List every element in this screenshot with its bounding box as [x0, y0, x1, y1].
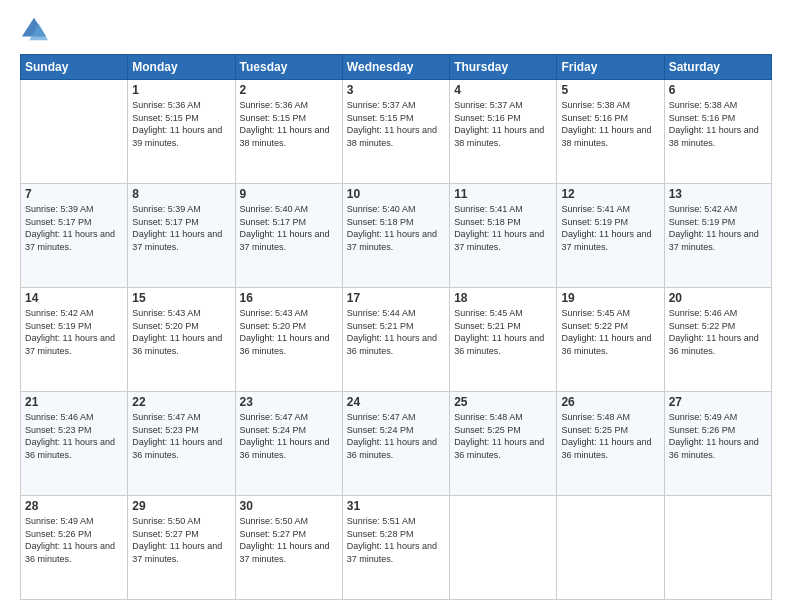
- calendar-cell: 17Sunrise: 5:44 AMSunset: 5:21 PMDayligh…: [342, 288, 449, 392]
- day-number: 9: [240, 187, 338, 201]
- calendar-cell: 30Sunrise: 5:50 AMSunset: 5:27 PMDayligh…: [235, 496, 342, 600]
- day-number: 11: [454, 187, 552, 201]
- day-number: 1: [132, 83, 230, 97]
- weekday-row: SundayMondayTuesdayWednesdayThursdayFrid…: [21, 55, 772, 80]
- page: SundayMondayTuesdayWednesdayThursdayFrid…: [0, 0, 792, 612]
- day-number: 15: [132, 291, 230, 305]
- cell-info: Sunrise: 5:39 AMSunset: 5:17 PMDaylight:…: [25, 203, 123, 253]
- week-row-1: 7Sunrise: 5:39 AMSunset: 5:17 PMDaylight…: [21, 184, 772, 288]
- day-number: 22: [132, 395, 230, 409]
- day-number: 4: [454, 83, 552, 97]
- cell-info: Sunrise: 5:38 AMSunset: 5:16 PMDaylight:…: [669, 99, 767, 149]
- calendar-cell: 29Sunrise: 5:50 AMSunset: 5:27 PMDayligh…: [128, 496, 235, 600]
- day-number: 25: [454, 395, 552, 409]
- calendar-cell: 13Sunrise: 5:42 AMSunset: 5:19 PMDayligh…: [664, 184, 771, 288]
- day-number: 12: [561, 187, 659, 201]
- week-row-0: 1Sunrise: 5:36 AMSunset: 5:15 PMDaylight…: [21, 80, 772, 184]
- day-number: 2: [240, 83, 338, 97]
- cell-info: Sunrise: 5:47 AMSunset: 5:23 PMDaylight:…: [132, 411, 230, 461]
- cell-info: Sunrise: 5:37 AMSunset: 5:16 PMDaylight:…: [454, 99, 552, 149]
- cell-info: Sunrise: 5:50 AMSunset: 5:27 PMDaylight:…: [132, 515, 230, 565]
- cell-info: Sunrise: 5:40 AMSunset: 5:18 PMDaylight:…: [347, 203, 445, 253]
- calendar-cell: 23Sunrise: 5:47 AMSunset: 5:24 PMDayligh…: [235, 392, 342, 496]
- calendar-cell: 24Sunrise: 5:47 AMSunset: 5:24 PMDayligh…: [342, 392, 449, 496]
- calendar-cell: 9Sunrise: 5:40 AMSunset: 5:17 PMDaylight…: [235, 184, 342, 288]
- weekday-header-tuesday: Tuesday: [235, 55, 342, 80]
- cell-info: Sunrise: 5:43 AMSunset: 5:20 PMDaylight:…: [240, 307, 338, 357]
- calendar-cell: [557, 496, 664, 600]
- weekday-header-monday: Monday: [128, 55, 235, 80]
- header: [20, 16, 772, 44]
- calendar-cell: [450, 496, 557, 600]
- day-number: 26: [561, 395, 659, 409]
- cell-info: Sunrise: 5:44 AMSunset: 5:21 PMDaylight:…: [347, 307, 445, 357]
- cell-info: Sunrise: 5:42 AMSunset: 5:19 PMDaylight:…: [669, 203, 767, 253]
- calendar-cell: 25Sunrise: 5:48 AMSunset: 5:25 PMDayligh…: [450, 392, 557, 496]
- calendar-cell: 3Sunrise: 5:37 AMSunset: 5:15 PMDaylight…: [342, 80, 449, 184]
- cell-info: Sunrise: 5:51 AMSunset: 5:28 PMDaylight:…: [347, 515, 445, 565]
- day-number: 6: [669, 83, 767, 97]
- calendar-cell: 22Sunrise: 5:47 AMSunset: 5:23 PMDayligh…: [128, 392, 235, 496]
- cell-info: Sunrise: 5:47 AMSunset: 5:24 PMDaylight:…: [240, 411, 338, 461]
- cell-info: Sunrise: 5:42 AMSunset: 5:19 PMDaylight:…: [25, 307, 123, 357]
- calendar-cell: 16Sunrise: 5:43 AMSunset: 5:20 PMDayligh…: [235, 288, 342, 392]
- weekday-header-sunday: Sunday: [21, 55, 128, 80]
- cell-info: Sunrise: 5:49 AMSunset: 5:26 PMDaylight:…: [25, 515, 123, 565]
- day-number: 10: [347, 187, 445, 201]
- day-number: 7: [25, 187, 123, 201]
- cell-info: Sunrise: 5:50 AMSunset: 5:27 PMDaylight:…: [240, 515, 338, 565]
- day-number: 8: [132, 187, 230, 201]
- day-number: 29: [132, 499, 230, 513]
- calendar-cell: 31Sunrise: 5:51 AMSunset: 5:28 PMDayligh…: [342, 496, 449, 600]
- cell-info: Sunrise: 5:36 AMSunset: 5:15 PMDaylight:…: [132, 99, 230, 149]
- cell-info: Sunrise: 5:46 AMSunset: 5:22 PMDaylight:…: [669, 307, 767, 357]
- calendar-cell: 21Sunrise: 5:46 AMSunset: 5:23 PMDayligh…: [21, 392, 128, 496]
- day-number: 3: [347, 83, 445, 97]
- week-row-4: 28Sunrise: 5:49 AMSunset: 5:26 PMDayligh…: [21, 496, 772, 600]
- day-number: 20: [669, 291, 767, 305]
- cell-info: Sunrise: 5:47 AMSunset: 5:24 PMDaylight:…: [347, 411, 445, 461]
- day-number: 19: [561, 291, 659, 305]
- calendar-cell: 1Sunrise: 5:36 AMSunset: 5:15 PMDaylight…: [128, 80, 235, 184]
- calendar-cell: 14Sunrise: 5:42 AMSunset: 5:19 PMDayligh…: [21, 288, 128, 392]
- week-row-3: 21Sunrise: 5:46 AMSunset: 5:23 PMDayligh…: [21, 392, 772, 496]
- cell-info: Sunrise: 5:45 AMSunset: 5:21 PMDaylight:…: [454, 307, 552, 357]
- calendar-cell: 8Sunrise: 5:39 AMSunset: 5:17 PMDaylight…: [128, 184, 235, 288]
- cell-info: Sunrise: 5:43 AMSunset: 5:20 PMDaylight:…: [132, 307, 230, 357]
- calendar-table: SundayMondayTuesdayWednesdayThursdayFrid…: [20, 54, 772, 600]
- calendar-cell: 11Sunrise: 5:41 AMSunset: 5:18 PMDayligh…: [450, 184, 557, 288]
- cell-info: Sunrise: 5:41 AMSunset: 5:18 PMDaylight:…: [454, 203, 552, 253]
- day-number: 13: [669, 187, 767, 201]
- day-number: 14: [25, 291, 123, 305]
- logo: [20, 16, 52, 44]
- logo-icon: [20, 16, 48, 44]
- cell-info: Sunrise: 5:40 AMSunset: 5:17 PMDaylight:…: [240, 203, 338, 253]
- calendar-cell: 7Sunrise: 5:39 AMSunset: 5:17 PMDaylight…: [21, 184, 128, 288]
- calendar-cell: 5Sunrise: 5:38 AMSunset: 5:16 PMDaylight…: [557, 80, 664, 184]
- calendar-cell: 15Sunrise: 5:43 AMSunset: 5:20 PMDayligh…: [128, 288, 235, 392]
- weekday-header-saturday: Saturday: [664, 55, 771, 80]
- cell-info: Sunrise: 5:37 AMSunset: 5:15 PMDaylight:…: [347, 99, 445, 149]
- cell-info: Sunrise: 5:41 AMSunset: 5:19 PMDaylight:…: [561, 203, 659, 253]
- weekday-header-wednesday: Wednesday: [342, 55, 449, 80]
- calendar-cell: 4Sunrise: 5:37 AMSunset: 5:16 PMDaylight…: [450, 80, 557, 184]
- calendar-body: 1Sunrise: 5:36 AMSunset: 5:15 PMDaylight…: [21, 80, 772, 600]
- calendar-cell: 20Sunrise: 5:46 AMSunset: 5:22 PMDayligh…: [664, 288, 771, 392]
- calendar-cell: 18Sunrise: 5:45 AMSunset: 5:21 PMDayligh…: [450, 288, 557, 392]
- day-number: 23: [240, 395, 338, 409]
- day-number: 27: [669, 395, 767, 409]
- cell-info: Sunrise: 5:46 AMSunset: 5:23 PMDaylight:…: [25, 411, 123, 461]
- day-number: 30: [240, 499, 338, 513]
- cell-info: Sunrise: 5:48 AMSunset: 5:25 PMDaylight:…: [561, 411, 659, 461]
- cell-info: Sunrise: 5:49 AMSunset: 5:26 PMDaylight:…: [669, 411, 767, 461]
- day-number: 16: [240, 291, 338, 305]
- calendar-cell: 6Sunrise: 5:38 AMSunset: 5:16 PMDaylight…: [664, 80, 771, 184]
- day-number: 21: [25, 395, 123, 409]
- cell-info: Sunrise: 5:36 AMSunset: 5:15 PMDaylight:…: [240, 99, 338, 149]
- weekday-header-friday: Friday: [557, 55, 664, 80]
- week-row-2: 14Sunrise: 5:42 AMSunset: 5:19 PMDayligh…: [21, 288, 772, 392]
- calendar-cell: 12Sunrise: 5:41 AMSunset: 5:19 PMDayligh…: [557, 184, 664, 288]
- day-number: 17: [347, 291, 445, 305]
- cell-info: Sunrise: 5:39 AMSunset: 5:17 PMDaylight:…: [132, 203, 230, 253]
- cell-info: Sunrise: 5:45 AMSunset: 5:22 PMDaylight:…: [561, 307, 659, 357]
